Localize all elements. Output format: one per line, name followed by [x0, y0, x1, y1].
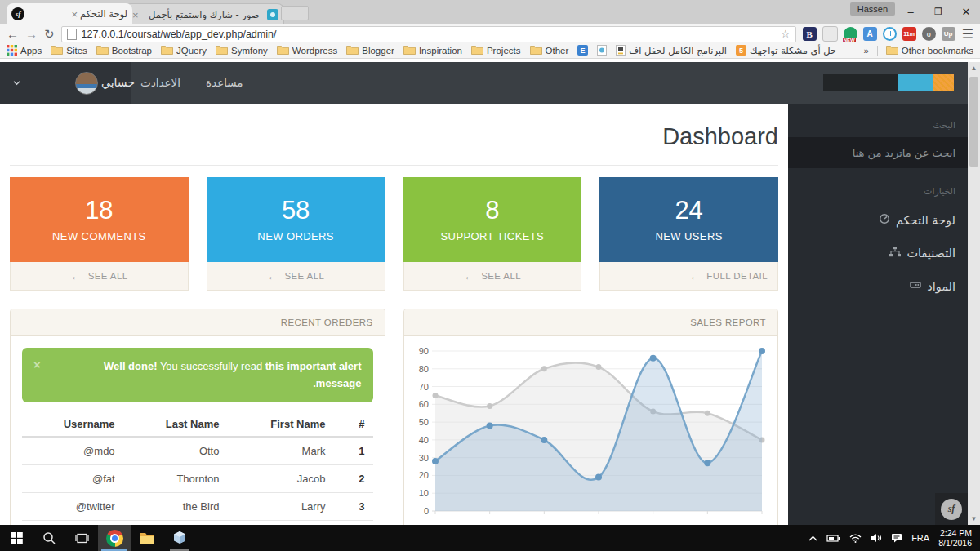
search-button[interactable] — [33, 525, 65, 551]
bookmark-item[interactable]: Blogger — [346, 45, 394, 56]
cube-extension-icon[interactable] — [822, 26, 838, 42]
sidebar: البحث ابحث عن ماتريد من هنا الخيارات لوح… — [788, 104, 968, 525]
tab-dashboard[interactable]: sf × لوحة التحكم — [7, 3, 132, 24]
new-tab-button[interactable] — [281, 6, 309, 20]
svg-text:5: 5 — [739, 47, 743, 55]
address-bar[interactable]: 127.0.0.1/coursat/web/app_dev.php/admin/… — [61, 26, 796, 42]
bookmark-item[interactable]: JQuery — [161, 45, 207, 56]
bookmark-item[interactable] — [597, 45, 607, 57]
avatar[interactable] — [75, 72, 98, 95]
progress-segment — [933, 74, 954, 91]
sales-chart: 0102030405060708090 — [404, 336, 778, 521]
close-button[interactable]: ✕ — [952, 0, 980, 23]
bookmark-item[interactable]: E — [577, 45, 588, 57]
bookmark-label: Inspiration — [419, 46, 462, 56]
close-icon[interactable]: × — [33, 358, 41, 372]
bookmark-item[interactable]: Bootstrap — [96, 45, 152, 56]
sidebar-item[interactable]: المواد — [788, 269, 968, 303]
progress-segment — [823, 74, 898, 91]
bookmark-item[interactable]: Other — [530, 45, 569, 56]
card-footer-link[interactable]: ←SEE ALL — [207, 262, 385, 291]
search-input[interactable]: ابحث عن ماتريد من هنا — [788, 137, 968, 168]
taskbar-chrome-button[interactable] — [98, 525, 131, 551]
wifi-icon[interactable] — [849, 534, 862, 543]
bookmark-item[interactable]: Sites — [51, 45, 87, 56]
bookmarks-overflow-chevron[interactable]: » — [863, 46, 868, 56]
extension-icons: BNEWA11mᴏUp — [803, 26, 956, 42]
minimize-button[interactable]: – — [897, 0, 924, 23]
card-footer-link[interactable]: ←FULL DETAIL — [599, 262, 778, 291]
bookmark-label: Bootstrap — [112, 46, 152, 56]
bootstrap-b-extension-icon[interactable]: B — [803, 27, 817, 41]
table-header: # — [334, 412, 373, 437]
docs-new-extension-icon[interactable]: NEW — [844, 27, 858, 41]
table-header: Last Name — [123, 412, 228, 437]
arrow-left-icon: ← — [70, 270, 81, 282]
timer-extension-icon[interactable] — [883, 27, 897, 41]
card-footer-link[interactable]: ←SEE ALL — [403, 262, 582, 291]
bookmark-label: Symfony — [231, 46, 268, 56]
arrow-left-icon: ← — [267, 270, 278, 282]
success-alert: × Well done! You successfully read this … — [22, 348, 373, 402]
forward-icon[interactable]: → — [25, 28, 38, 40]
tab-photos[interactable]: × صور - شارك واستمتع بأجمل — [124, 3, 284, 25]
nav-help[interactable]: مساعدة — [206, 62, 243, 104]
start-button[interactable] — [0, 525, 33, 551]
profile-badge[interactable]: Hassen — [850, 2, 895, 16]
table-header: First Name — [227, 412, 333, 437]
bookmark-item[interactable]: البرنامج الكامل لحفل اف — [616, 45, 727, 57]
card-footer-link[interactable]: ←SEE ALL — [10, 262, 189, 291]
task-view-button[interactable] — [65, 525, 98, 551]
nav-settings[interactable]: الاعدادت — [140, 62, 180, 104]
account-label[interactable]: حسابي — [101, 62, 135, 104]
folder-icon — [346, 45, 359, 56]
bookmark-label: Apps — [20, 46, 42, 56]
scroll-up-icon[interactable]: ▲ — [971, 62, 978, 74]
upwork-extension-icon[interactable]: Up — [942, 27, 956, 41]
bookmark-item[interactable]: Wordpress — [277, 45, 337, 56]
folder-icon — [471, 45, 483, 56]
bookmark-item[interactable]: 5حل أي مشكلة تواجهك — [736, 45, 836, 57]
maximize-button[interactable]: ❒ — [924, 0, 952, 23]
bookmark-item[interactable]: Projects — [471, 45, 521, 56]
bookmarks-bar: AppsSitesBootstrapJQuerySymfonyWordpress… — [0, 43, 980, 59]
menu-icon[interactable]: ☰ — [962, 26, 973, 42]
sidebar-item[interactable]: لوحة التحكم — [788, 203, 968, 237]
language-indicator[interactable]: FRA — [911, 533, 929, 543]
alarm-11m-extension-icon[interactable]: 11m — [902, 27, 916, 41]
svg-text:20: 20 — [418, 470, 428, 480]
other-bookmarks[interactable]: Other bookmarks — [886, 45, 973, 56]
bookmark-item[interactable]: Inspiration — [403, 45, 462, 56]
tab-close-icon[interactable]: × — [69, 8, 80, 20]
tab-title: صور - شارك واستمتع بأجمل — [149, 9, 259, 20]
back-icon[interactable]: ← — [7, 28, 19, 40]
table-cell: the Bird — [123, 492, 228, 520]
bookmark-item[interactable]: Apps — [7, 45, 42, 57]
refresh-icon[interactable]: ↻ — [44, 28, 55, 40]
scrollbar[interactable]: ▲ ▼ — [968, 62, 980, 525]
table-cell: Mark — [227, 437, 333, 465]
folder-icon — [886, 45, 898, 56]
table-cell: Jacob — [227, 464, 333, 492]
photos-icon — [267, 9, 278, 20]
table-header: Username — [22, 412, 123, 437]
url-text[interactable]: 127.0.0.1/coursat/web/app_dev.php/admin/ — [82, 29, 776, 40]
taskbar-explorer-button[interactable] — [131, 525, 163, 551]
clock[interactable]: 2:24 PM 8/1/2016 — [938, 528, 972, 548]
bookmark-item[interactable]: Symfony — [216, 45, 268, 56]
sidebar-item[interactable]: التصنيفات — [788, 237, 968, 269]
taskbar-cube-app-button[interactable] — [163, 525, 196, 551]
power-extension-icon[interactable]: ᴏ — [922, 27, 936, 41]
translate-extension-icon[interactable]: A — [863, 27, 877, 41]
symfony-logo-icon: sf — [11, 7, 24, 20]
bookmark-star-icon[interactable]: ☆ — [781, 28, 791, 40]
scroll-down-icon[interactable]: ▼ — [971, 513, 978, 525]
symfony-debug-toolbar[interactable]: sf — [935, 493, 968, 525]
stat-card-body: 8SUPPORT TICKETS — [403, 177, 582, 262]
scrollbar-thumb[interactable] — [969, 77, 978, 167]
notifications-icon[interactable] — [891, 533, 902, 543]
tray-chevron-icon[interactable] — [808, 535, 817, 541]
volume-icon[interactable] — [871, 533, 882, 543]
battery-icon[interactable] — [826, 534, 840, 543]
folder-icon — [216, 45, 228, 56]
